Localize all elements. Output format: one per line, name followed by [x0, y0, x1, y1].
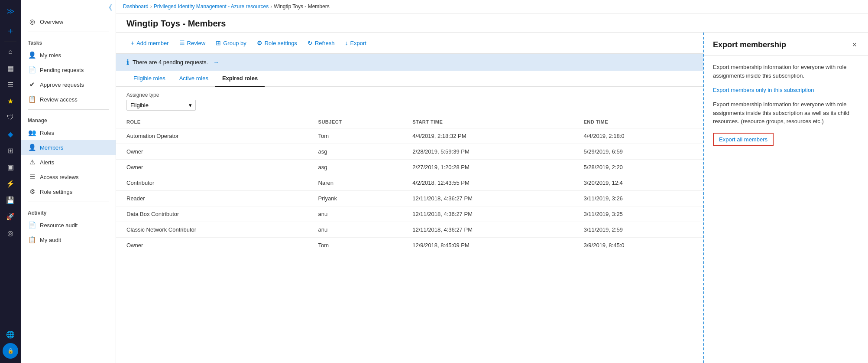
- sidebar-pending-requests-label: Pending requests: [40, 67, 84, 73]
- assignee-type-select[interactable]: Eligible ▾: [126, 100, 196, 111]
- sidebar-members-label: Members: [40, 144, 63, 151]
- expand-icon[interactable]: ≫: [3, 3, 18, 19]
- sidebar-item-my-audit[interactable]: 📋 My audit: [21, 232, 116, 247]
- cell-start-time: 12/11/2018, 4:36:27 PM: [402, 206, 573, 222]
- export-all-members-button[interactable]: Export all members: [713, 133, 774, 146]
- sidebar-resource-audit-label: Resource audit: [40, 222, 78, 229]
- access-reviews-icon: ☰: [28, 173, 36, 181]
- breadcrumb-pim[interactable]: Privileged Identity Management - Azure r…: [154, 3, 269, 10]
- cell-start-time: 12/9/2018, 8:45:09 PM: [402, 238, 573, 253]
- table-row: Owner Tom 12/9/2018, 8:45:09 PM 3/9/2019…: [116, 238, 703, 253]
- role-settings-button[interactable]: ⚙ Role settings: [253, 37, 301, 49]
- cell-subject: anu: [308, 222, 402, 238]
- dashboard-icon[interactable]: ▦: [3, 60, 18, 76]
- tab-active-roles[interactable]: Active roles: [172, 71, 215, 87]
- tab-expired-roles[interactable]: Expired roles: [215, 71, 265, 87]
- my-audit-icon: 📋: [28, 236, 36, 244]
- cell-role: Contributor: [116, 175, 308, 191]
- sidebar-item-alerts[interactable]: ⚠ Alerts: [21, 155, 116, 170]
- sidebar-item-approve-requests[interactable]: ✔ Approve requests: [21, 77, 116, 92]
- page-title: Wingtip Toys - Members: [126, 19, 858, 29]
- sidebar-item-role-settings[interactable]: ⚙ Role settings: [21, 184, 116, 199]
- cell-end-time: 3/11/2019, 2:59: [573, 222, 703, 238]
- sidebar-collapse-btn[interactable]: 《: [105, 3, 112, 13]
- role-settings-icon: ⚙: [28, 188, 36, 196]
- lightning-icon[interactable]: ⚡: [3, 176, 18, 191]
- col-start-time: Start Time: [402, 116, 573, 128]
- info-arrow[interactable]: →: [213, 59, 219, 65]
- refresh-label: Refresh: [315, 40, 335, 46]
- export-panel-close-button[interactable]: ×: [849, 39, 859, 50]
- cell-role: Owner: [116, 238, 308, 253]
- export-members-only-link[interactable]: Export members only in this subscription: [713, 87, 859, 93]
- review-button[interactable]: ☰ Review: [175, 37, 210, 49]
- filter-label: Assignee type: [126, 92, 693, 98]
- shield-icon[interactable]: 🛡: [3, 110, 18, 125]
- cell-subject: asg: [308, 144, 402, 160]
- main-content: + Add member ☰ Review ⊞ Group by ⚙ Role …: [116, 33, 703, 363]
- filter-row: Assignee type Eligible ▾: [116, 87, 703, 116]
- cell-start-time: 12/11/2018, 4:36:27 PM: [402, 222, 573, 238]
- group-by-button[interactable]: ⊞ Group by: [211, 37, 250, 49]
- cell-subject: Priyank: [308, 191, 402, 206]
- add-member-label: Add member: [136, 40, 168, 46]
- review-label: Review: [187, 40, 206, 46]
- export-button[interactable]: ↓ Export: [340, 37, 371, 49]
- sidebar-item-members[interactable]: 👤 Members: [21, 140, 116, 155]
- cell-subject: Naren: [308, 175, 402, 191]
- export-panel-title: Export membership: [713, 40, 786, 49]
- tab-eligible-roles[interactable]: Eligible roles: [126, 71, 172, 87]
- cell-end-time: 3/20/2019, 12:4: [573, 175, 703, 191]
- left-nav: ≫ + ⌂ ▦ ☰ ★ 🛡 ◆ ⊞ ▣ ⚡ 💾 🚀 ◎ 🌐 🔒: [0, 0, 21, 363]
- refresh-icon: ↻: [308, 39, 313, 46]
- rocket-icon[interactable]: 🚀: [3, 209, 18, 224]
- grid-icon[interactable]: ⊞: [3, 143, 18, 158]
- sidebar-my-roles-label: My roles: [40, 52, 61, 59]
- globe-icon[interactable]: 🌐: [3, 327, 18, 342]
- sidebar-item-review-access[interactable]: 📋 Review access: [21, 92, 116, 107]
- home-icon[interactable]: ⌂: [3, 44, 18, 59]
- sidebar-role-settings-label: Role settings: [40, 189, 72, 195]
- col-subject: Subject: [308, 116, 402, 128]
- col-end-time: End Time: [573, 116, 703, 128]
- export-panel-body: Export membership information for everyo…: [704, 56, 868, 153]
- sidebar-item-access-reviews[interactable]: ☰ Access reviews: [21, 170, 116, 184]
- sidebar-alerts-label: Alerts: [40, 159, 54, 166]
- cell-end-time: 4/4/2019, 2:18:0: [573, 128, 703, 144]
- sidebar-item-overview[interactable]: ◎ Overview: [21, 14, 116, 29]
- cell-subject: Tom: [308, 128, 402, 144]
- sidebar: 《 ◎ Overview Tasks 👤 My roles 📄 Pending …: [21, 0, 116, 363]
- tasks-section-title: Tasks: [21, 35, 116, 48]
- tabs: Eligible roles Active roles Expired role…: [116, 71, 703, 87]
- sidebar-access-reviews-label: Access reviews: [40, 174, 79, 180]
- plus-icon[interactable]: +: [3, 23, 18, 39]
- sidebar-item-pending-requests[interactable]: 📄 Pending requests: [21, 62, 116, 77]
- list-icon[interactable]: ☰: [3, 77, 18, 92]
- breadcrumb-current: Wingtip Toys - Members: [274, 3, 329, 10]
- add-member-button[interactable]: + Add member: [126, 37, 173, 49]
- main-area: Dashboard › Privileged Identity Manageme…: [116, 0, 868, 363]
- table-row: Reader Priyank 12/11/2018, 4:36:27 PM 3/…: [116, 191, 703, 206]
- lock-icon[interactable]: 🔒: [3, 343, 18, 359]
- star-icon[interactable]: ★: [3, 93, 18, 109]
- sidebar-item-roles[interactable]: 👥 Roles: [21, 125, 116, 140]
- circle-icon[interactable]: ◎: [3, 225, 18, 241]
- export-panel-header: Export membership ×: [704, 33, 868, 56]
- info-icon: ℹ: [126, 58, 129, 66]
- database-icon[interactable]: 💾: [3, 192, 18, 208]
- roles-icon: 👥: [28, 129, 36, 137]
- sidebar-item-resource-audit[interactable]: 📄 Resource audit: [21, 218, 116, 232]
- cell-end-time: 3/11/2019, 3:26: [573, 191, 703, 206]
- breadcrumb-dashboard[interactable]: Dashboard: [123, 3, 149, 10]
- table-row: Data Box Contributor anu 12/11/2018, 4:3…: [116, 206, 703, 222]
- export-desc-2: Export membership information for everyo…: [713, 100, 859, 126]
- monitor-icon[interactable]: ▣: [3, 159, 18, 175]
- refresh-button[interactable]: ↻ Refresh: [303, 37, 339, 49]
- sidebar-item-my-roles[interactable]: 👤 My roles: [21, 48, 116, 62]
- diamond-icon[interactable]: ◆: [3, 126, 18, 142]
- add-member-icon: +: [131, 39, 134, 46]
- table-row: Classic Network Contributor anu 12/11/20…: [116, 222, 703, 238]
- breadcrumb-sep-2: ›: [270, 3, 272, 10]
- cell-subject: Tom: [308, 238, 402, 253]
- role-settings-btn-label: Role settings: [265, 40, 297, 46]
